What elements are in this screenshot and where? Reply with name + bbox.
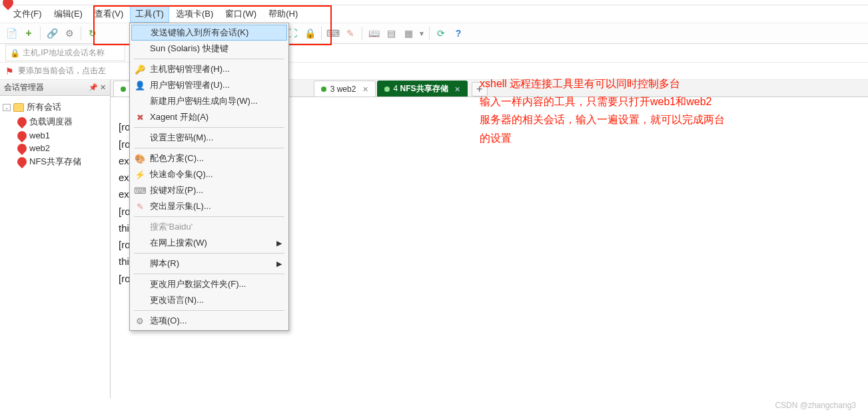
grid-icon[interactable]: ▦ xyxy=(401,26,416,41)
separator xyxy=(134,127,284,128)
folder-icon xyxy=(13,103,24,112)
tab-4-nfs[interactable]: 4 NFS共享存储 × xyxy=(377,81,468,97)
status-dot-icon xyxy=(384,87,390,92)
menu-new-key-wizard[interactable]: 新建用户密钥生成向导(W)... xyxy=(131,93,287,109)
annotation-text: xshell 远程连接工具里有可以同时控制多台 输入一样内容的工具，只需要只打开… xyxy=(480,75,786,147)
submenu-arrow-icon: ▶ xyxy=(276,260,282,268)
status-dot-icon xyxy=(121,87,126,92)
tree-root[interactable]: - 所有会话 xyxy=(3,100,107,114)
menu-send-keys-all[interactable]: 发送键输入到所有会话(K) xyxy=(131,25,287,41)
submenu-arrow-icon: ▶ xyxy=(276,239,282,248)
key-icon: 🔑 xyxy=(134,65,146,75)
session-icon xyxy=(15,115,29,128)
menu-edit[interactable]: 编辑(E) xyxy=(49,5,88,23)
menu-window[interactable]: 窗口(W) xyxy=(220,5,262,23)
address-input[interactable]: 🔒 主机,IP地址或会话名称 xyxy=(5,45,125,61)
menu-help[interactable]: 帮助(H) xyxy=(263,5,303,23)
menu-script[interactable]: 脚本(R)▶ xyxy=(131,256,287,272)
menu-highlight-set[interactable]: ✎突出显示集(L)... xyxy=(131,198,287,214)
sidebar-controls[interactable]: 📌 ✕ xyxy=(89,83,106,92)
menu-tools[interactable]: 工具(T) xyxy=(130,5,169,23)
menu-host-key-mgr[interactable]: 🔑主机密钥管理者(H)... xyxy=(131,61,287,77)
sidebar-header: 会话管理器 📌 ✕ xyxy=(0,80,110,96)
gear-icon[interactable]: ⚙ xyxy=(62,26,77,41)
new-icon[interactable]: + xyxy=(21,26,36,41)
link-icon[interactable]: 🔗 xyxy=(45,26,59,41)
keyboard-icon: ⌨ xyxy=(134,186,146,196)
separator xyxy=(81,27,81,40)
highlight-icon: ✎ xyxy=(134,202,146,212)
menu-view[interactable]: 查看(V) xyxy=(89,5,129,23)
menu-tabs[interactable]: 选项卡(B) xyxy=(171,5,218,23)
separator xyxy=(429,27,430,40)
separator xyxy=(134,274,284,274)
reconnect-icon[interactable]: ↻ xyxy=(85,26,100,41)
menu-change-data-folder[interactable]: 更改用户数据文件夹(F)... xyxy=(131,276,287,292)
menu-user-key-mgr[interactable]: 👤用户密钥管理者(U)... xyxy=(131,77,287,93)
tree-item-web2[interactable]: web2 xyxy=(17,142,107,154)
tab-3-web2[interactable]: 3 web2 × xyxy=(314,81,376,97)
separator xyxy=(134,310,284,311)
menu-key-mapping[interactable]: ⌨按键对应(P)... xyxy=(131,182,287,198)
lock-mini-icon: 🔒 xyxy=(10,49,20,58)
watermark: CSDN @zhangchang3 xyxy=(775,401,856,410)
open-icon[interactable]: 📄 xyxy=(4,26,19,41)
xagent-icon: ✖ xyxy=(134,112,146,122)
separator xyxy=(134,253,284,254)
tree-item-nfs[interactable]: NFS共享存储 xyxy=(17,154,107,169)
menu-sun-shortcut[interactable]: Sun (Solaris) 快捷键 xyxy=(131,41,287,57)
separator xyxy=(134,59,284,59)
keyboard-icon[interactable]: ⌨ xyxy=(326,26,340,41)
user-key-icon: 👤 xyxy=(134,81,146,91)
session-manager-panel: 会话管理器 📌 ✕ - 所有会话 负载调度器 web1 w xyxy=(0,80,111,398)
menu-color-scheme[interactable]: 🎨配色方案(C)... xyxy=(131,150,287,166)
bolt-icon: ⚡ xyxy=(134,170,146,180)
menu-master-password[interactable]: 设置主密码(M)... xyxy=(131,130,287,146)
separator xyxy=(321,27,322,40)
separator xyxy=(40,27,41,40)
help-icon[interactable]: ? xyxy=(451,26,466,41)
panel-icon[interactable]: ▤ xyxy=(384,26,398,41)
tree-item-web1[interactable]: web1 xyxy=(17,129,107,142)
separator xyxy=(362,27,362,40)
menu-web-search[interactable]: 在网上搜索(W)▶ xyxy=(131,235,287,251)
tree-toggle-icon[interactable]: - xyxy=(3,104,11,111)
menu-quick-cmd[interactable]: ⚡快速命令集(Q)... xyxy=(131,166,287,182)
lock-icon[interactable]: 🔒 xyxy=(302,26,317,41)
close-icon[interactable]: × xyxy=(452,84,460,95)
palette-icon: 🎨 xyxy=(134,154,146,164)
menu-xagent-start[interactable]: ✖Xagent 开始(A) xyxy=(131,109,287,125)
highlight-icon[interactable]: ✎ xyxy=(343,26,358,41)
flag-icon: ⚑ xyxy=(5,66,14,77)
session-icon xyxy=(15,129,29,142)
menubar: 文件(F) 编辑(E) 查看(V) 工具(T) 选项卡(B) 窗口(W) 帮助(… xyxy=(0,5,868,23)
session-icon xyxy=(15,142,29,155)
close-icon[interactable]: × xyxy=(360,84,368,95)
gear-icon: ⚙ xyxy=(134,316,146,326)
menu-file[interactable]: 文件(F) xyxy=(8,5,47,23)
separator xyxy=(134,148,284,148)
menu-change-language[interactable]: 更改语言(N)... xyxy=(131,292,287,308)
session-icon xyxy=(15,155,29,168)
menu-options[interactable]: ⚙选项(O)... xyxy=(131,313,287,329)
status-dot-icon xyxy=(321,87,326,92)
book-icon[interactable]: 📖 xyxy=(366,26,381,41)
refresh-icon[interactable]: ⟳ xyxy=(434,26,448,41)
separator xyxy=(134,216,284,217)
session-tree: - 所有会话 负载调度器 web1 web2 xyxy=(0,96,110,173)
menu-search-baidu: 搜索'Baidu' xyxy=(131,219,287,235)
tree-item-loadbalancer[interactable]: 负载调度器 xyxy=(17,114,107,129)
tools-dropdown: 发送键输入到所有会话(K) Sun (Solaris) 快捷键 🔑主机密钥管理者… xyxy=(129,23,289,331)
